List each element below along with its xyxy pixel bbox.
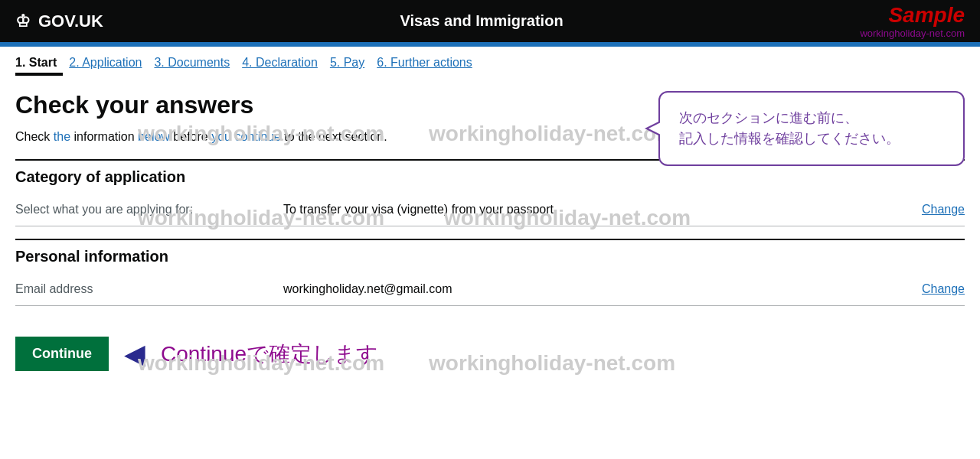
breadcrumb-item-application[interactable]: 2. Application [63, 56, 148, 76]
intro-highlight-continue: continue [234, 130, 281, 143]
continue-label: Continueで確定します [161, 340, 378, 369]
arrow-icon: ◀ [124, 338, 145, 370]
breadcrumb-item-declaration[interactable]: 4. Declaration [236, 56, 324, 76]
category-value: To transfer your visa (vignette) from yo… [283, 203, 922, 216]
tooltip-text: 次のセクションに進む前に、記入した情報を確認してください。 [679, 110, 900, 146]
intro-highlight-the: the [54, 130, 70, 143]
personal-heading: Personal information [15, 239, 965, 265]
tooltip-bubble: 次のセクションに進む前に、記入した情報を確認してください。 [658, 91, 965, 166]
category-row: Select what you are applying for: To tra… [15, 194, 965, 226]
breadcrumb: 1. Start 2. Application 3. Documents 4. … [0, 47, 980, 76]
category-label: Select what you are applying for: [15, 203, 283, 216]
email-row: Email address workingholiday.net@gmail.c… [15, 273, 965, 306]
header-title: Visas and Immigration [103, 12, 861, 30]
logo-text: GOV.UK [38, 11, 103, 31]
intro-highlight-you: you [211, 130, 231, 143]
email-value: workingholiday.net@gmail.com [283, 282, 922, 296]
gov-logo[interactable]: ♔ GOV.UK [15, 11, 103, 31]
continue-section: Continue ◀ Continueで確定します [15, 329, 965, 379]
intro-highlight-below: below [138, 130, 170, 143]
header-watermark-url: workingholiday-net.com [860, 28, 965, 39]
category-change-link[interactable]: Change [922, 203, 965, 216]
crown-icon: ♔ [15, 11, 31, 31]
breadcrumb-item-pay[interactable]: 5. Pay [324, 56, 371, 76]
breadcrumb-item-start[interactable]: 1. Start [15, 56, 63, 76]
breadcrumb-item-documents[interactable]: 3. Documents [148, 56, 236, 76]
main-content: workingholiday-net.com workingholiday-ne… [0, 76, 980, 394]
breadcrumb-item-further-actions[interactable]: 6. Further actions [371, 56, 479, 76]
sample-label: Sample [860, 3, 965, 28]
email-change-link[interactable]: Change [922, 282, 965, 296]
email-label: Email address [15, 282, 283, 296]
header: ♔ GOV.UK Visas and Immigration Sample wo… [0, 0, 980, 42]
continue-button[interactable]: Continue [15, 337, 109, 371]
